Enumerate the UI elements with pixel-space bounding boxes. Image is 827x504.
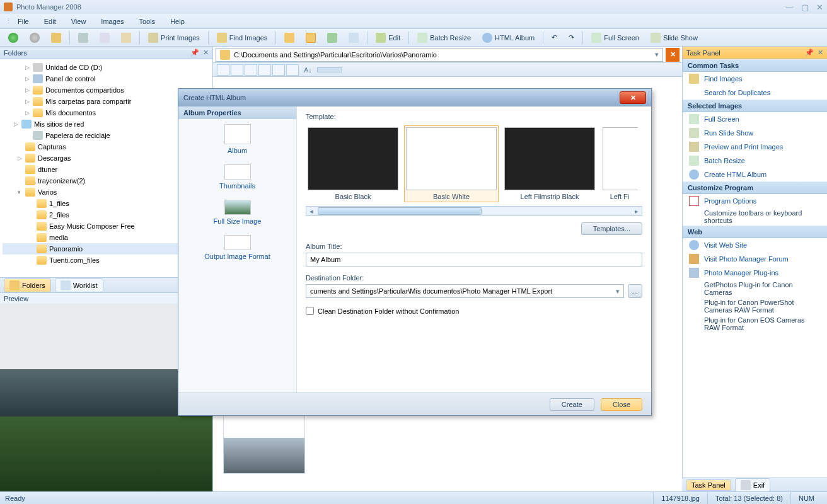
task-visit-forum[interactable]: Visit Photo Manager Forum <box>683 252 827 266</box>
thumbnail[interactable] <box>223 413 305 474</box>
back-button[interactable] <box>4 31 23 45</box>
panel-close-icon[interactable]: ✕ <box>818 49 823 57</box>
task-full-screen[interactable]: Full Screen <box>683 112 827 126</box>
tab-task-panel[interactable]: Task Panel <box>686 479 731 491</box>
template-left-filmstrip-black[interactable]: Left Filmstrip Black <box>502 125 597 202</box>
view-btn-3[interactable] <box>245 64 257 76</box>
expand-icon[interactable]: ▷ <box>25 98 33 105</box>
slide-show-button[interactable]: Slide Show <box>646 31 702 45</box>
pin-icon[interactable]: 📌 <box>805 49 814 57</box>
side-fullsize[interactable]: Full Size Image <box>178 195 296 230</box>
zoom-slider[interactable] <box>317 67 342 72</box>
dialog-close-button[interactable]: ✕ <box>620 91 646 104</box>
expand-icon[interactable]: ▾ <box>18 189 25 195</box>
task-search-duplicates[interactable]: Search for Duplicates <box>683 86 827 100</box>
find-images-button[interactable]: Find Images <box>212 31 272 45</box>
view-btn-1[interactable] <box>217 64 229 76</box>
separator <box>408 32 409 44</box>
separator <box>367 32 367 44</box>
task-preview-print[interactable]: Preview and Print Images <box>683 140 827 154</box>
scroll-left-icon[interactable]: ◂ <box>306 207 316 215</box>
dialog-titlebar[interactable]: Create HTML Album ✕ <box>178 89 651 106</box>
menu-help[interactable]: Help <box>164 16 191 26</box>
batch-resize-button[interactable]: Batch Resize <box>413 31 475 45</box>
clean-folder-checkbox[interactable]: Clean Destination Folder without Confirm… <box>306 307 642 315</box>
tab-folders[interactable]: Folders <box>4 278 51 292</box>
expand-icon[interactable]: ▷ <box>25 64 33 71</box>
scroll-thumb[interactable] <box>318 207 482 215</box>
tab-exif[interactable]: Exif <box>735 478 770 492</box>
tab-worklist[interactable]: Worklist <box>55 278 103 292</box>
task-customize-toolbars[interactable]: Customize toolbars or keyboard shortcuts <box>683 208 827 226</box>
print-images-button[interactable]: Print Images <box>144 31 204 45</box>
full-screen-button[interactable]: Full Screen <box>587 31 644 45</box>
panel-close-icon[interactable]: ✕ <box>203 49 209 57</box>
menu-file[interactable]: File <box>11 16 35 26</box>
album-title-input[interactable] <box>306 253 642 266</box>
tree-node-icon <box>33 97 43 106</box>
expand-icon[interactable]: ▷ <box>25 87 33 93</box>
tree-label: Panoramio <box>49 245 83 253</box>
path-close-button[interactable]: ✕ <box>666 48 680 62</box>
template-basic-black[interactable]: Basic Black <box>306 125 400 202</box>
folder-open-button[interactable] <box>280 31 299 45</box>
create-button[interactable]: Create <box>550 398 594 411</box>
destination-combo[interactable]: cuments and Settings\Particular\Mis docu… <box>306 284 624 298</box>
task-visit-website[interactable]: Visit Web Site <box>683 238 827 252</box>
task-plugins[interactable]: Photo Manager Plug-ins <box>683 266 827 280</box>
template-scrollbar[interactable]: ◂ ▸ <box>306 206 642 216</box>
new-folder-button[interactable] <box>301 31 320 45</box>
side-thumbnails[interactable]: Thumbnails <box>178 159 296 195</box>
task-plugin-eos[interactable]: Plug-in for Canon EOS Cameras RAW Format <box>683 315 827 333</box>
side-output-format[interactable]: Output Image Format <box>178 230 296 265</box>
maximize-button[interactable]: ▢ <box>801 3 809 12</box>
close-dialog-button[interactable]: Close <box>601 398 642 411</box>
up-button[interactable] <box>47 31 66 45</box>
side-album[interactable]: Album <box>178 119 296 159</box>
chevron-down-icon[interactable]: ▾ <box>655 50 659 59</box>
pin-icon[interactable]: 📌 <box>190 49 199 57</box>
minimize-button[interactable]: — <box>785 3 794 12</box>
view-btn-5[interactable] <box>272 64 285 76</box>
task-program-options[interactable]: Program Options <box>683 194 827 208</box>
image-view-button[interactable] <box>323 31 342 45</box>
sort-icon[interactable]: A↓ <box>304 66 312 74</box>
expand-icon[interactable]: ▷ <box>25 76 33 82</box>
templates-button[interactable]: Templates... <box>581 222 642 235</box>
task-find-images[interactable]: Find Images <box>683 72 827 86</box>
status-totals: Total: 13 (Selected: 8) <box>707 492 790 504</box>
menu-view[interactable]: View <box>65 16 93 26</box>
redo-button[interactable]: ↷ <box>564 32 579 43</box>
task-create-html[interactable]: Create HTML Album <box>683 168 827 181</box>
close-button[interactable]: ✕ <box>816 3 823 12</box>
browse-button[interactable]: ... <box>628 284 642 298</box>
edit-button[interactable]: Edit <box>371 31 405 45</box>
template-partial[interactable]: Left Fi <box>601 125 639 202</box>
expand-icon[interactable]: ▷ <box>18 155 25 161</box>
tree-item[interactable]: ▷Panel de control <box>3 73 210 84</box>
tree-item[interactable]: ▷Unidad de CD (D:) <box>3 62 210 73</box>
view-btn-4[interactable] <box>258 64 271 76</box>
task-plugin-canon[interactable]: GetPhotos Plug-in for Canon Cameras <box>683 280 827 297</box>
expand-icon[interactable]: ▷ <box>25 110 33 116</box>
menu-tools[interactable]: Tools <box>132 16 161 26</box>
copy-button[interactable] <box>95 31 114 45</box>
menu-images[interactable]: Images <box>95 16 130 26</box>
task-batch-resize[interactable]: Batch Resize <box>683 154 827 168</box>
paste-button[interactable] <box>117 31 136 45</box>
view-btn-6[interactable] <box>286 64 299 76</box>
undo-button[interactable]: ↶ <box>547 32 562 43</box>
template-basic-white[interactable]: Basic White <box>404 125 499 202</box>
list-view-button[interactable] <box>344 31 363 45</box>
task-plugin-powershot[interactable]: Plug-in for Canon PowerShot Cameras RAW … <box>683 297 827 315</box>
html-album-button[interactable]: HTML Album <box>478 31 539 45</box>
checkbox-input[interactable] <box>306 307 314 315</box>
menu-edit[interactable]: Edit <box>38 16 62 26</box>
cut-button[interactable] <box>74 31 93 45</box>
scroll-right-icon[interactable]: ▸ <box>632 207 642 215</box>
task-run-slideshow[interactable]: Run Slide Show <box>683 126 827 140</box>
view-btn-2[interactable] <box>231 64 243 76</box>
path-input[interactable]: C:\Documents and Settings\Particular\Esc… <box>216 48 663 62</box>
expand-icon[interactable]: ▷ <box>14 121 21 127</box>
forward-button[interactable] <box>25 31 44 45</box>
